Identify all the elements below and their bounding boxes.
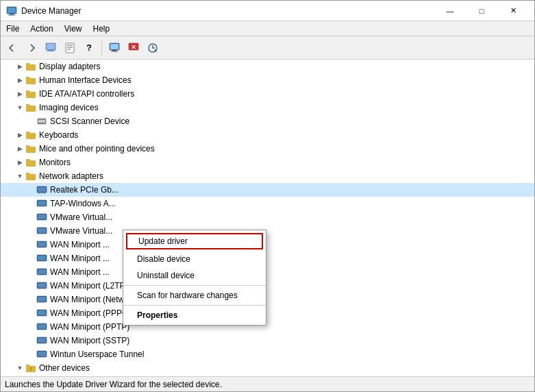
svg-rect-7 — [47, 51, 55, 51]
status-bar: Launches the Update Driver Wizard for th… — [1, 376, 534, 391]
tree-item-wan-pptp[interactable]: ▶ WAN Miniport (PPTP) — [1, 320, 534, 334]
wan2-icon — [36, 253, 47, 264]
tree-item-wan1[interactable]: ▶ WAN Miniport ... — [1, 238, 534, 252]
minimize-button[interactable]: — — [434, 1, 466, 21]
svg-rect-37 — [38, 269, 46, 274]
wan-pptp-label: WAN Miniport (PPTP) — [50, 322, 129, 332]
tree-item-mice[interactable]: ▶ Mice and other pointing devices — [1, 142, 534, 156]
svg-rect-20 — [38, 120, 45, 123]
wan-netmon-icon — [36, 294, 47, 305]
tree-item-wan3[interactable]: ▶ WAN Miniport ... — [1, 265, 534, 279]
tree-item-wan-sstp[interactable]: ▶ WAN Miniport (SSTP) — [1, 334, 534, 347]
svg-rect-13 — [110, 44, 119, 49]
tree-item-tap-windows[interactable]: ▶ TAP-Windows A... — [1, 197, 534, 210]
ctx-properties[interactable]: Properties — [123, 307, 266, 323]
tree-item-ide-ata[interactable]: ▶ IDE ATA/ATAPI controllers — [1, 87, 534, 101]
svg-rect-49 — [38, 352, 46, 356]
ide-folder-icon — [25, 88, 36, 99]
context-menu: Update driver Disable device Uninstall d… — [123, 230, 266, 326]
tap-icon — [36, 198, 47, 209]
ctx-separator-2 — [123, 305, 266, 306]
expand-keyboards[interactable]: ▶ — [14, 130, 25, 140]
app-icon — [6, 5, 17, 16]
tree-item-other-devices[interactable]: ▼ ! Other devices — [1, 361, 534, 375]
realtek-icon — [36, 184, 47, 195]
svg-rect-39 — [38, 283, 46, 288]
svg-text:✕: ✕ — [131, 44, 136, 51]
ctx-scan-hardware[interactable]: Scan for hardware changes — [123, 287, 266, 304]
menu-view[interactable]: View — [59, 21, 88, 36]
expand-ide-ata[interactable]: ▶ — [14, 88, 25, 99]
tree-item-sm-bus[interactable]: ▶ ! SM Bus Controller — [1, 375, 534, 376]
monitors-folder-icon — [25, 157, 36, 168]
tree-item-wan-pppoe[interactable]: ▶ WAN Miniport (PPPOE) — [1, 306, 534, 320]
tap-label: TAP-Windows A... — [50, 199, 116, 208]
close-button[interactable]: ✕ — [497, 1, 529, 21]
svg-rect-33 — [38, 242, 46, 247]
vmware2-icon — [36, 225, 47, 236]
other-devices-label: Other devices — [39, 363, 90, 373]
toolbar-monitor[interactable] — [105, 39, 123, 57]
tree-item-keyboards[interactable]: ▶ Keyboards — [1, 128, 534, 142]
tree-view[interactable]: ▶ Display adapters ▶ Human Interface Dev… — [1, 60, 534, 376]
tree-item-imaging[interactable]: ▼ Imaging devices — [1, 101, 534, 114]
ctx-disable-device[interactable]: Disable device — [123, 251, 266, 267]
wan-l2tp-label: WAN Miniport (L2TP) — [50, 281, 128, 291]
tree-item-wan-l2tp[interactable]: ▶ WAN Miniport (L2TP) — [1, 279, 534, 293]
menu-help[interactable]: Help — [88, 21, 116, 36]
toolbar-forward[interactable] — [23, 39, 40, 57]
menu-file[interactable]: File — [1, 21, 25, 36]
svg-rect-5 — [47, 44, 55, 49]
expand-display-adapters[interactable]: ▶ — [14, 61, 25, 72]
tree-item-scsi-scanner[interactable]: ▶ SCSI Scanner Device — [1, 114, 534, 128]
tree-item-wan-netmon[interactable]: ▶ WAN Miniport (Network Monitor) — [1, 293, 534, 306]
ctx-update-driver[interactable]: Update driver — [126, 233, 263, 249]
tree-item-wan2[interactable]: ▶ WAN Miniport ... — [1, 252, 534, 265]
tree-item-monitors[interactable]: ▶ Monitors — [1, 156, 534, 169]
imaging-folder-icon — [25, 102, 36, 113]
wan-pppoe-icon — [36, 308, 47, 319]
display-adapters-label: Display adapters — [39, 62, 100, 71]
expand-imaging[interactable]: ▼ — [14, 102, 25, 113]
mice-label: Mice and other pointing devices — [39, 144, 155, 154]
ctx-uninstall-device[interactable]: Uninstall device — [123, 267, 266, 284]
expand-human-interface[interactable]: ▶ — [14, 75, 25, 86]
toolbar-remove[interactable]: ✕ — [125, 39, 142, 57]
svg-rect-27 — [38, 201, 46, 206]
toolbar: ? ✕ — [1, 36, 534, 60]
main-content: ▶ Display adapters ▶ Human Interface Dev… — [1, 60, 534, 376]
tree-item-wintun[interactable]: ▶ Wintun Userspace Tunnel — [1, 347, 534, 361]
svg-rect-14 — [112, 50, 116, 51]
svg-text:!: ! — [30, 366, 32, 372]
toolbar-back[interactable] — [3, 39, 21, 57]
menu-action[interactable]: Action — [25, 21, 58, 36]
tree-item-realtek[interactable]: ▶ Realtek PCIe Gb... — [1, 183, 534, 197]
maximize-button[interactable]: □ — [466, 1, 497, 21]
tree-item-display-adapters[interactable]: ▶ Display adapters — [1, 60, 534, 73]
svg-rect-22 — [38, 187, 46, 192]
toolbar-up[interactable] — [42, 39, 60, 57]
tree-item-vmware1[interactable]: ▶ VMware Virtual... — [1, 210, 534, 224]
scsi-scanner-label: SCSI Scanner Device — [50, 117, 129, 126]
toolbar-scan[interactable] — [144, 39, 162, 57]
toolbar-help[interactable]: ? — [80, 39, 98, 57]
network-folder-icon — [25, 171, 36, 182]
expand-other[interactable]: ▼ — [14, 363, 25, 373]
wan-pptp-icon — [36, 321, 47, 332]
vmware2-label: VMware Virtual... — [50, 226, 112, 236]
tree-item-vmware2[interactable]: ▶ VMware Virtual... — [1, 224, 534, 238]
menu-bar: File Action View Help — [1, 21, 534, 36]
folder-icon — [25, 61, 36, 72]
wintun-label: Wintun Userspace Tunnel — [50, 350, 144, 359]
expand-network[interactable]: ▼ — [14, 171, 25, 182]
tree-item-network-adapters[interactable]: ▼ Network adapters — [1, 169, 534, 183]
wan-sstp-icon — [36, 335, 47, 346]
wan3-label: WAN Miniport ... — [50, 267, 110, 277]
monitors-label: Monitors — [39, 158, 71, 167]
tree-item-human-interface[interactable]: ▶ Human Interface Devices — [1, 73, 534, 87]
expand-monitors[interactable]: ▶ — [14, 157, 25, 168]
expand-mice[interactable]: ▶ — [14, 143, 25, 154]
vmware1-icon — [36, 212, 47, 223]
toolbar-properties[interactable] — [61, 39, 79, 57]
realtek-label: Realtek PCIe Gb... — [50, 185, 119, 195]
